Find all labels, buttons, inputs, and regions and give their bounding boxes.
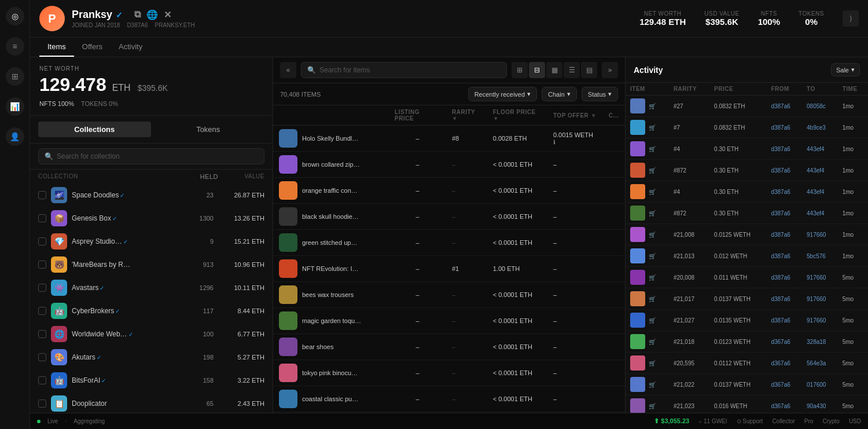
view-grid-medium[interactable]: ⊟ <box>529 62 545 78</box>
nav-icon-user[interactable]: 👤 <box>6 127 24 146</box>
activity-to[interactable]: 443ef4 <box>802 138 838 160</box>
activity-from[interactable]: d387a6 <box>766 181 802 203</box>
collection-item[interactable]: 🌐 Worldwide Web…✓ 100 6.77 ETH <box>30 322 273 346</box>
col-floor-price[interactable]: FLOOR PRICE ▾ <box>487 105 547 126</box>
activity-from[interactable]: d387a6 <box>766 245 802 267</box>
activity-to[interactable]: 08058c <box>802 96 838 117</box>
table-row[interactable]: orange traffic con… – – < 0.0001 ETH – <box>273 178 625 204</box>
collection-checkbox[interactable] <box>38 399 46 408</box>
table-row[interactable]: black skull hoodie… – – < 0.0001 ETH – <box>273 204 625 230</box>
activity-from[interactable]: d367a6 <box>766 395 802 413</box>
collection-item[interactable]: 🌌 Space Doodles✓ 23 26.87 ETH <box>30 184 273 207</box>
activity-from[interactable]: d367a6 <box>766 353 802 374</box>
activity-to[interactable]: 443ef4 <box>802 203 838 224</box>
collection-checkbox[interactable] <box>38 261 46 269</box>
collection-checkbox[interactable] <box>38 307 46 315</box>
collection-item[interactable]: 🤖 CyberBrokers✓ 117 8.44 ETH <box>30 299 273 322</box>
filter-recently-received[interactable]: Recently received ▾ <box>468 87 537 101</box>
collapse-sidebar-button[interactable]: « <box>280 62 296 78</box>
usd-toggle[interactable]: USD <box>849 418 861 424</box>
activity-row[interactable]: 🛒 #4 0.30 ETH d387a6 443ef4 1mo <box>626 138 868 160</box>
activity-sale-filter[interactable]: Sale ▾ <box>831 63 860 76</box>
support-link[interactable]: ⊙ Support <box>737 418 763 424</box>
collection-checkbox[interactable] <box>38 330 46 338</box>
collection-item[interactable]: 🐻 'MareBears by R… 913 10.96 ETH <box>30 253 273 276</box>
table-row[interactable]: Holo Skelly Bundl… – #8 0.0028 ETH 0.001… <box>273 126 625 152</box>
collection-item[interactable]: 📋 Dooplicator 65 2.43 ETH <box>30 392 273 413</box>
tokens-toggle[interactable]: Tokens <box>152 122 265 137</box>
collection-checkbox[interactable] <box>38 353 46 361</box>
activity-from[interactable]: d387a6 <box>766 288 802 310</box>
collection-item[interactable]: 💎 Asprey Studio…✓ 9 15.21 ETH <box>30 230 273 253</box>
activity-from[interactable]: d387a6 <box>766 117 802 138</box>
collection-checkbox[interactable] <box>38 376 46 384</box>
view-list[interactable]: ☰ <box>564 62 580 78</box>
ens-name[interactable]: PRANKSY.ETH <box>155 22 195 28</box>
col-top-offer[interactable]: TOP OFFER ▾ <box>547 105 603 126</box>
activity-row[interactable]: 🛒 #7 0.0832 ETH d387a6 4b9ce3 1mo <box>626 117 868 138</box>
twitter-icon[interactable]: ✕ <box>164 9 171 20</box>
activity-to[interactable]: 917660 <box>802 310 838 331</box>
activity-to[interactable]: 917660 <box>802 224 838 245</box>
activity-to[interactable]: 917660 <box>802 267 838 288</box>
filter-status[interactable]: Status ▾ <box>582 87 618 101</box>
collection-search-input[interactable]: 🔍 Search for collection <box>38 148 264 164</box>
table-row[interactable]: NFT REvolution: I… – #1 1.00 ETH – <box>273 256 625 282</box>
activity-from[interactable]: d387a6 <box>766 224 802 245</box>
collection-item[interactable]: 🤖 BitsForAI✓ 158 3.22 ETH <box>30 369 273 392</box>
activity-to[interactable]: 5bc576 <box>802 245 838 267</box>
col-rarity[interactable]: RARITY ▾ <box>446 105 487 126</box>
collection-item[interactable]: 📦 Genesis Box✓ 1300 13.26 ETH <box>30 207 273 230</box>
nav-icon-grid[interactable]: ⊞ <box>6 67 24 86</box>
collection-checkbox[interactable] <box>38 237 46 245</box>
activity-row[interactable]: 🛒 #21,023 0.016 WETH d367a6 90a430 5mo <box>626 395 868 413</box>
view-grid-small[interactable]: ⊞ <box>512 62 528 78</box>
collection-item[interactable]: 👾 Avastars✓ 1296 10.11 ETH <box>30 276 273 299</box>
nav-icon-list[interactable]: ≡ <box>6 37 24 56</box>
collection-checkbox[interactable] <box>38 284 46 292</box>
collection-item[interactable]: 🎨 Akutars✓ 198 5.27 ETH <box>30 346 273 369</box>
tab-offers[interactable]: Offers <box>74 38 111 57</box>
activity-from[interactable]: d367a6 <box>766 374 802 395</box>
activity-from[interactable]: d387a6 <box>766 96 802 117</box>
activity-row[interactable]: 🛒 #21,018 0.0123 WETH d367a6 328a18 5mo <box>626 331 868 353</box>
expand-button[interactable]: » <box>602 62 618 78</box>
activity-from[interactable]: d387a6 <box>766 203 802 224</box>
crypto-toggle[interactable]: Crypto <box>822 418 839 424</box>
col-listing-price[interactable]: LISTING PRICE <box>389 105 446 126</box>
activity-to[interactable]: 443ef4 <box>802 181 838 203</box>
activity-row[interactable]: 🛒 #872 0.30 ETH d387a6 443ef4 1mo <box>626 160 868 181</box>
activity-from[interactable]: d387a6 <box>766 267 802 288</box>
table-row[interactable]: brown collared zip… – – < 0.0001 ETH – <box>273 152 625 178</box>
activity-to[interactable]: 564e3a <box>802 353 838 374</box>
activity-row[interactable]: 🛒 #21,022 0.0137 WETH d367a6 017600 5mo <box>626 374 868 395</box>
activity-row[interactable]: 🛒 #27 0.0832 ETH d387a6 08058c 1mo <box>626 96 868 117</box>
activity-row[interactable]: 🛒 #20,008 0.011 WETH d387a6 917660 5mo <box>626 267 868 288</box>
collection-checkbox[interactable] <box>38 191 46 199</box>
filter-chain[interactable]: Chain ▾ <box>542 87 577 101</box>
table-row[interactable]: bear shoes – – < 0.0001 ETH – <box>273 334 625 360</box>
collection-checkbox[interactable] <box>38 214 46 222</box>
activity-from[interactable]: d367a6 <box>766 331 802 353</box>
table-row[interactable]: tokyo pink binocu… – – < 0.0001 ETH – <box>273 360 625 386</box>
activity-row[interactable]: 🛒 #4 0.30 ETH d387a6 443ef4 1mo <box>626 181 868 203</box>
activity-row[interactable]: 🛒 #20,595 0.0112 WETH d367a6 564e3a 5mo <box>626 353 868 374</box>
table-row[interactable]: green stitched up… – – < 0.0001 ETH – <box>273 230 625 256</box>
wallet-address[interactable]: D387A6 <box>127 22 148 28</box>
nav-icon-chart[interactable]: 📊 <box>6 97 24 116</box>
activity-to[interactable]: 4b9ce3 <box>802 117 838 138</box>
activity-from[interactable]: d387a6 <box>766 160 802 181</box>
activity-row[interactable]: 🛒 #21,013 0.012 WETH d387a6 5bc576 1mo <box>626 245 868 267</box>
activity-from[interactable]: d387a6 <box>766 138 802 160</box>
nav-icon-home[interactable]: ◎ <box>6 7 24 25</box>
activity-to[interactable]: 328a18 <box>802 331 838 353</box>
activity-row[interactable]: 🛒 #872 0.30 ETH d387a6 443ef4 1mo <box>626 203 868 224</box>
view-grid-large[interactable]: ▦ <box>546 62 562 78</box>
activity-from[interactable]: d387a6 <box>766 310 802 331</box>
collapse-header-button[interactable]: ⟩ <box>843 10 859 27</box>
activity-row[interactable]: 🛒 #21,008 0.0125 WETH d387a6 917660 1mo <box>626 224 868 245</box>
table-row[interactable]: coastal classic pu… – – < 0.0001 ETH – <box>273 386 625 412</box>
view-table[interactable]: ▤ <box>581 62 597 78</box>
table-row[interactable]: bees wax trousers – – < 0.0001 ETH – <box>273 282 625 308</box>
activity-row[interactable]: 🛒 #21,017 0.0137 WETH d387a6 917660 5mo <box>626 288 868 310</box>
